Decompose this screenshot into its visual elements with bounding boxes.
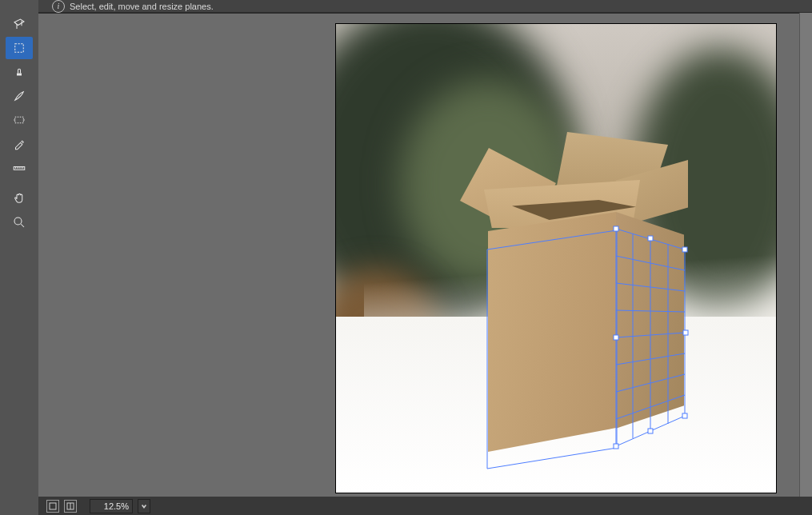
- canvas-area[interactable]: [38, 13, 812, 497]
- toolbar: [0, 0, 38, 515]
- zoom-tool[interactable]: [6, 211, 33, 234]
- tool-hint: Select, edit, move and resize planes.: [70, 2, 214, 11]
- brush-tool[interactable]: [6, 85, 33, 107]
- eyedropper-tool[interactable]: [6, 133, 33, 155]
- vertical-scrollbar[interactable]: [799, 13, 812, 497]
- edit-plane-tool[interactable]: [6, 13, 33, 35]
- svg-point-3: [14, 218, 22, 225]
- info-icon: i: [52, 0, 65, 13]
- document-image: [336, 24, 776, 493]
- options-bar: i Select, edit, move and resize planes.: [0, 0, 812, 13]
- svg-rect-0: [15, 44, 24, 53]
- zoom-level[interactable]: 12.5%: [90, 499, 133, 513]
- stamp-tool[interactable]: [6, 61, 33, 83]
- status-bar: 12.5%: [38, 497, 812, 515]
- hand-tool[interactable]: [6, 187, 33, 210]
- cardboard-box: [488, 212, 684, 468]
- create-plane-tool[interactable]: [6, 37, 33, 59]
- view-toggle-b[interactable]: [64, 500, 77, 513]
- measure-tool[interactable]: [6, 157, 33, 179]
- view-toggle-a[interactable]: [46, 500, 59, 513]
- svg-rect-1: [15, 117, 24, 123]
- zoom-dropdown[interactable]: [138, 499, 150, 513]
- transform-tool[interactable]: [6, 109, 33, 131]
- svg-rect-24: [50, 503, 56, 509]
